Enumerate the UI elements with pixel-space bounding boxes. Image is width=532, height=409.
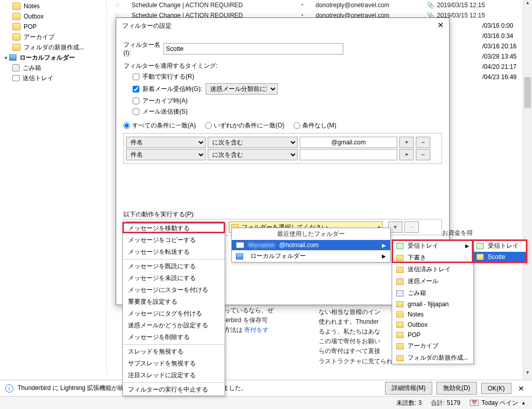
unread-count: 未読数: 3	[396, 399, 421, 407]
action-item[interactable]: サブスレッドを無視する	[123, 358, 225, 369]
submenu-item[interactable]: フォルダの新規作成...	[392, 352, 473, 364]
close-icon[interactable]: ✕	[435, 20, 446, 31]
filter-name-label: フィルター名(I):	[123, 41, 163, 57]
status-bar: 未読数: 3 合計: 5179 📅Today ペイン▲	[0, 396, 532, 409]
match-any-radio[interactable]: いずれかの条件に一致(O)	[205, 121, 284, 130]
envelope-icon	[236, 242, 244, 248]
submenu-item[interactable]: 下書き	[392, 252, 473, 264]
vertical-scrollbar[interactable]: ▲ ▼	[523, 0, 532, 389]
submenu-item[interactable]: gmail - fijijapan	[392, 299, 473, 309]
match-none-radio[interactable]: 条件なし(M)	[293, 121, 336, 130]
folder-icon	[396, 355, 403, 361]
cond-value-input[interactable]	[300, 149, 397, 160]
manual-checkbox[interactable]	[133, 73, 139, 80]
tree-item-archive[interactable]: アーカイブ	[0, 32, 106, 42]
cond-add-button[interactable]: +	[399, 137, 414, 148]
tree-item-notes[interactable]: Notes	[0, 1, 106, 11]
cond-remove-button[interactable]: −	[416, 137, 430, 148]
background-text2: に入っているなら、ぜ hunderbird を保存可 簡の方法は 寄付をす	[212, 306, 315, 336]
scroll-up-icon[interactable]: ▲	[523, 0, 532, 9]
folder-dropdown[interactable]: 最近使用したフォルダー Myname@hotmail.com ▶ ローカルフォル…	[231, 228, 391, 263]
action-item[interactable]: メッセージを移動する	[123, 222, 225, 234]
filter-name-input[interactable]	[163, 43, 343, 54]
submenu-item[interactable]: ごみ箱	[392, 287, 473, 299]
action-item[interactable]: メッセージを既読にする	[123, 261, 225, 272]
tree-root-localfolders[interactable]: ▾ローカルフォルダー	[0, 52, 106, 63]
action-item[interactable]: メッセージにスターを付ける	[123, 284, 225, 296]
tree-item-trash[interactable]: ごみ箱	[0, 63, 106, 73]
submenu2-item-inbox[interactable]: 受信トレイ	[472, 240, 527, 252]
dialog-title: フィルターの設定 ✕	[116, 18, 449, 33]
tree-item-sent[interactable]: 送信トレイ	[0, 73, 106, 83]
action-dropdown[interactable]: メッセージを移動する メッセージをコピーする メッセージを転送する メッセージを…	[122, 222, 225, 396]
folder-icon	[476, 254, 484, 260]
scroll-thumb[interactable]	[524, 77, 531, 108]
ext-ok-button[interactable]: OK(K)	[481, 383, 511, 394]
submenu-item[interactable]: 送信済みトレイ	[392, 264, 473, 275]
message-row[interactable]: ☆ Schedule Change | ACTION REQUIRED • do…	[107, 0, 519, 10]
lightning-extension-bar: i Thunderbird に Lightning 拡張機能が統合され、カレンダ…	[0, 380, 532, 396]
folder-submenu-2[interactable]: 受信トレイ Scotte	[472, 239, 527, 263]
cond-add-button[interactable]: +	[399, 149, 414, 160]
action-item[interactable]: 迷惑メールかどうか設定する	[123, 320, 225, 331]
action-item[interactable]: メッセージを転送する	[123, 246, 225, 258]
actions-label: 以下の動作を実行する(P):	[123, 210, 442, 219]
msg-from: donotreply@onetravel.com	[313, 2, 424, 9]
tree-item-newfolder[interactable]: フォルダの新規作成...	[0, 42, 106, 52]
submenu-item-inbox[interactable]: 受信トレイ▶	[392, 240, 473, 252]
action-item[interactable]: スレッドを無視する	[123, 346, 225, 358]
star-icon[interactable]: ☆	[107, 2, 127, 9]
cond-value-input[interactable]	[300, 137, 397, 148]
info-icon: i	[5, 384, 13, 393]
submenu-item[interactable]: POP	[392, 330, 473, 340]
condition-table: 件名 に次を含む + − 件名 に次を含む + −	[123, 133, 442, 164]
cond-remove-button[interactable]: −	[416, 149, 430, 160]
timing-label: フィルターを適用するタイミング:	[123, 62, 442, 70]
computer-icon	[9, 54, 16, 61]
manual-label: 手動で実行する(R)	[142, 72, 194, 81]
msg-subject: Schedule Change | ACTION REQUIRED	[127, 2, 292, 9]
submenu-item[interactable]: Outbox	[392, 320, 473, 330]
incoming-label: 新着メール受信時(G):	[142, 85, 203, 94]
ext-close-icon[interactable]: ✕	[516, 384, 527, 393]
tree-item-pop[interactable]: POP	[0, 22, 106, 32]
aftersend-checkbox[interactable]	[133, 108, 139, 115]
folder-icon	[396, 267, 403, 273]
cond-field-select[interactable]: 件名	[126, 137, 206, 148]
incoming-checkbox[interactable]	[133, 86, 139, 92]
computer-icon	[236, 253, 243, 259]
action-item[interactable]: メッセージにタグを付ける	[123, 308, 225, 320]
inbox-icon	[396, 243, 403, 249]
chevron-right-icon: ▶	[382, 253, 386, 259]
action-item[interactable]: メッセージを削除する	[123, 331, 225, 343]
submenu-item[interactable]: Notes	[392, 309, 473, 320]
folder-dd-localfolders[interactable]: ローカルフォルダー ▶	[232, 250, 390, 262]
cond-op-select[interactable]: に次を含む	[208, 137, 298, 148]
action-item[interactable]: フィルターの実行を中止する	[123, 384, 225, 396]
archive-checkbox[interactable]	[133, 98, 139, 104]
folder-dd-account[interactable]: Myname@hotmail.com ▶	[232, 240, 390, 250]
folder-submenu-1[interactable]: 受信トレイ▶ 下書き 送信済みトレイ 迷惑メール ごみ箱 gmail - fij…	[392, 239, 474, 364]
details-button[interactable]: 詳細情報(M)	[385, 382, 432, 395]
chevron-right-icon: ▶	[465, 243, 469, 249]
cond-field-select[interactable]: 件名	[126, 149, 206, 160]
action-item[interactable]: 注目スレッドに設定する	[123, 369, 225, 381]
action-item[interactable]: メッセージをコピーする	[123, 234, 225, 246]
cond-op-select[interactable]: に次を含む	[208, 149, 298, 160]
submenu-item[interactable]: アーカイブ	[392, 340, 473, 352]
action-item[interactable]: メッセージを未読にする	[123, 272, 225, 284]
incoming-select[interactable]: 迷惑メール分類前に実行	[206, 83, 278, 95]
tree-item-outbox[interactable]: Outbox	[0, 11, 106, 22]
submenu2-item-scotte[interactable]: Scotte	[472, 252, 527, 262]
scroll-down-icon[interactable]: ▼	[523, 370, 532, 379]
submenu-item[interactable]: 迷惑メール	[392, 275, 473, 287]
match-all-radio[interactable]: すべての条件に一致(A)	[123, 121, 196, 130]
action-item[interactable]: 重要度を設定する	[123, 296, 225, 308]
inbox-icon	[476, 243, 484, 249]
donate-link[interactable]: 寄付をす	[244, 326, 269, 333]
archive-label: アーカイブ時(A)	[142, 97, 188, 105]
today-pane-toggle[interactable]: 📅Today ペイン▲	[470, 399, 526, 407]
aftersend-label: メール送信後(S)	[142, 107, 188, 116]
disable-button[interactable]: 無効化(D)	[436, 382, 477, 395]
twisty-icon[interactable]: ▾	[3, 55, 8, 61]
